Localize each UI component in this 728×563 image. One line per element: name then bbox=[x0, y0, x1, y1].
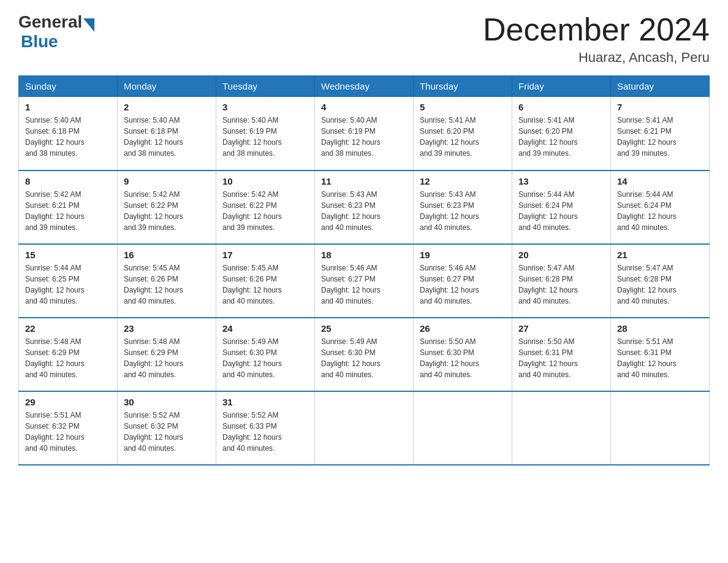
table-row: 2 Sunrise: 5:40 AM Sunset: 6:18 PM Dayli… bbox=[118, 97, 216, 170]
logo-blue-text: Blue bbox=[21, 32, 94, 52]
title-section: December 2024 Huaraz, Ancash, Peru bbox=[483, 12, 710, 66]
day-number: 4 bbox=[321, 102, 407, 112]
header-thursday: Thursday bbox=[414, 76, 512, 97]
table-row: 14 Sunrise: 5:44 AM Sunset: 6:24 PM Dayl… bbox=[611, 170, 710, 244]
day-info: Sunrise: 5:41 AM Sunset: 6:21 PM Dayligh… bbox=[617, 115, 703, 159]
day-info: Sunrise: 5:41 AM Sunset: 6:20 PM Dayligh… bbox=[420, 115, 506, 159]
table-row: 5 Sunrise: 5:41 AM Sunset: 6:20 PM Dayli… bbox=[414, 97, 512, 170]
day-info: Sunrise: 5:42 AM Sunset: 6:22 PM Dayligh… bbox=[222, 189, 308, 233]
table-row: 22 Sunrise: 5:48 AM Sunset: 6:29 PM Dayl… bbox=[19, 318, 118, 391]
day-number: 15 bbox=[25, 250, 111, 260]
header-wednesday: Wednesday bbox=[315, 76, 414, 97]
day-number: 23 bbox=[124, 323, 210, 334]
header-friday: Friday bbox=[512, 76, 611, 97]
day-info: Sunrise: 5:50 AM Sunset: 6:30 PM Dayligh… bbox=[420, 336, 506, 380]
table-row: 7 Sunrise: 5:41 AM Sunset: 6:21 PM Dayli… bbox=[611, 97, 710, 170]
table-row: 29 Sunrise: 5:51 AM Sunset: 6:32 PM Dayl… bbox=[19, 391, 118, 465]
table-row: 11 Sunrise: 5:43 AM Sunset: 6:23 PM Dayl… bbox=[315, 170, 414, 244]
calendar-week-5: 29 Sunrise: 5:51 AM Sunset: 6:32 PM Dayl… bbox=[19, 391, 710, 465]
day-info: Sunrise: 5:47 AM Sunset: 6:28 PM Dayligh… bbox=[518, 262, 604, 307]
day-number: 7 bbox=[617, 102, 703, 112]
day-number: 20 bbox=[518, 250, 604, 260]
day-info: Sunrise: 5:44 AM Sunset: 6:24 PM Dayligh… bbox=[518, 189, 604, 233]
day-number: 25 bbox=[321, 323, 407, 334]
day-info: Sunrise: 5:45 AM Sunset: 6:26 PM Dayligh… bbox=[222, 262, 308, 307]
calendar-week-2: 8 Sunrise: 5:42 AM Sunset: 6:21 PM Dayli… bbox=[19, 170, 710, 244]
day-number: 6 bbox=[518, 102, 604, 112]
day-info: Sunrise: 5:52 AM Sunset: 6:32 PM Dayligh… bbox=[124, 410, 210, 454]
table-row: 13 Sunrise: 5:44 AM Sunset: 6:24 PM Dayl… bbox=[512, 170, 611, 244]
day-number: 18 bbox=[321, 250, 407, 260]
day-info: Sunrise: 5:49 AM Sunset: 6:30 PM Dayligh… bbox=[222, 336, 308, 380]
day-info: Sunrise: 5:40 AM Sunset: 6:18 PM Dayligh… bbox=[124, 115, 210, 159]
logo: General Blue bbox=[18, 12, 94, 52]
day-number: 10 bbox=[222, 176, 308, 186]
day-number: 9 bbox=[124, 176, 210, 186]
header-sunday: Sunday bbox=[19, 76, 118, 97]
day-info: Sunrise: 5:52 AM Sunset: 6:33 PM Dayligh… bbox=[222, 410, 308, 454]
day-number: 5 bbox=[420, 102, 506, 112]
calendar-header-row: Sunday Monday Tuesday Wednesday Thursday… bbox=[19, 76, 710, 97]
day-number: 17 bbox=[222, 250, 308, 260]
day-number: 26 bbox=[420, 323, 506, 334]
page-subtitle: Huaraz, Ancash, Peru bbox=[483, 50, 710, 66]
table-row: 25 Sunrise: 5:49 AM Sunset: 6:30 PM Dayl… bbox=[315, 318, 414, 391]
day-number: 11 bbox=[321, 176, 407, 186]
day-info: Sunrise: 5:40 AM Sunset: 6:19 PM Dayligh… bbox=[321, 115, 407, 159]
table-row: 8 Sunrise: 5:42 AM Sunset: 6:21 PM Dayli… bbox=[19, 170, 118, 244]
table-row: 18 Sunrise: 5:46 AM Sunset: 6:27 PM Dayl… bbox=[315, 244, 414, 318]
day-info: Sunrise: 5:42 AM Sunset: 6:21 PM Dayligh… bbox=[25, 189, 111, 233]
day-info: Sunrise: 5:51 AM Sunset: 6:32 PM Dayligh… bbox=[25, 410, 111, 454]
calendar-table: Sunday Monday Tuesday Wednesday Thursday… bbox=[18, 75, 710, 465]
day-info: Sunrise: 5:48 AM Sunset: 6:29 PM Dayligh… bbox=[124, 336, 210, 380]
table-row: 12 Sunrise: 5:43 AM Sunset: 6:23 PM Dayl… bbox=[414, 170, 512, 244]
day-info: Sunrise: 5:51 AM Sunset: 6:31 PM Dayligh… bbox=[617, 336, 703, 380]
table-row: 26 Sunrise: 5:50 AM Sunset: 6:30 PM Dayl… bbox=[414, 318, 512, 391]
day-number: 19 bbox=[420, 250, 506, 260]
table-row bbox=[414, 391, 512, 465]
day-number: 31 bbox=[222, 397, 308, 407]
day-number: 8 bbox=[25, 176, 111, 186]
table-row: 16 Sunrise: 5:45 AM Sunset: 6:26 PM Dayl… bbox=[118, 244, 216, 318]
table-row: 20 Sunrise: 5:47 AM Sunset: 6:28 PM Dayl… bbox=[512, 244, 611, 318]
day-number: 16 bbox=[124, 250, 210, 260]
table-row: 28 Sunrise: 5:51 AM Sunset: 6:31 PM Dayl… bbox=[611, 318, 710, 391]
calendar-week-3: 15 Sunrise: 5:44 AM Sunset: 6:25 PM Dayl… bbox=[19, 244, 710, 318]
day-number: 13 bbox=[518, 176, 604, 186]
day-number: 28 bbox=[617, 323, 703, 334]
page-title: December 2024 bbox=[483, 12, 710, 47]
table-row: 9 Sunrise: 5:42 AM Sunset: 6:22 PM Dayli… bbox=[118, 170, 216, 244]
day-number: 3 bbox=[222, 102, 308, 112]
day-number: 27 bbox=[518, 323, 604, 334]
day-info: Sunrise: 5:47 AM Sunset: 6:28 PM Dayligh… bbox=[617, 262, 703, 307]
day-info: Sunrise: 5:48 AM Sunset: 6:29 PM Dayligh… bbox=[25, 336, 111, 380]
table-row: 10 Sunrise: 5:42 AM Sunset: 6:22 PM Dayl… bbox=[216, 170, 315, 244]
day-number: 24 bbox=[222, 323, 308, 334]
day-info: Sunrise: 5:41 AM Sunset: 6:20 PM Dayligh… bbox=[518, 115, 604, 159]
table-row: 15 Sunrise: 5:44 AM Sunset: 6:25 PM Dayl… bbox=[19, 244, 118, 318]
day-info: Sunrise: 5:50 AM Sunset: 6:31 PM Dayligh… bbox=[518, 336, 604, 380]
logo-arrow-icon bbox=[83, 18, 94, 32]
header-tuesday: Tuesday bbox=[216, 76, 315, 97]
day-number: 2 bbox=[124, 102, 210, 112]
day-info: Sunrise: 5:45 AM Sunset: 6:26 PM Dayligh… bbox=[124, 262, 210, 307]
day-info: Sunrise: 5:46 AM Sunset: 6:27 PM Dayligh… bbox=[321, 262, 407, 307]
table-row: 23 Sunrise: 5:48 AM Sunset: 6:29 PM Dayl… bbox=[118, 318, 216, 391]
table-row: 1 Sunrise: 5:40 AM Sunset: 6:18 PM Dayli… bbox=[19, 97, 118, 170]
day-info: Sunrise: 5:43 AM Sunset: 6:23 PM Dayligh… bbox=[321, 189, 407, 233]
logo-general-text: General bbox=[18, 12, 82, 32]
day-info: Sunrise: 5:40 AM Sunset: 6:18 PM Dayligh… bbox=[25, 115, 111, 159]
day-number: 29 bbox=[25, 397, 111, 407]
table-row: 3 Sunrise: 5:40 AM Sunset: 6:19 PM Dayli… bbox=[216, 97, 315, 170]
day-number: 21 bbox=[617, 250, 703, 260]
table-row: 27 Sunrise: 5:50 AM Sunset: 6:31 PM Dayl… bbox=[512, 318, 611, 391]
day-number: 22 bbox=[25, 323, 111, 334]
table-row bbox=[611, 391, 710, 465]
day-number: 12 bbox=[420, 176, 506, 186]
day-info: Sunrise: 5:44 AM Sunset: 6:24 PM Dayligh… bbox=[617, 189, 703, 233]
day-info: Sunrise: 5:46 AM Sunset: 6:27 PM Dayligh… bbox=[420, 262, 506, 307]
table-row: 30 Sunrise: 5:52 AM Sunset: 6:32 PM Dayl… bbox=[118, 391, 216, 465]
table-row: 6 Sunrise: 5:41 AM Sunset: 6:20 PM Dayli… bbox=[512, 97, 611, 170]
day-number: 30 bbox=[124, 397, 210, 407]
calendar-week-1: 1 Sunrise: 5:40 AM Sunset: 6:18 PM Dayli… bbox=[19, 97, 710, 170]
